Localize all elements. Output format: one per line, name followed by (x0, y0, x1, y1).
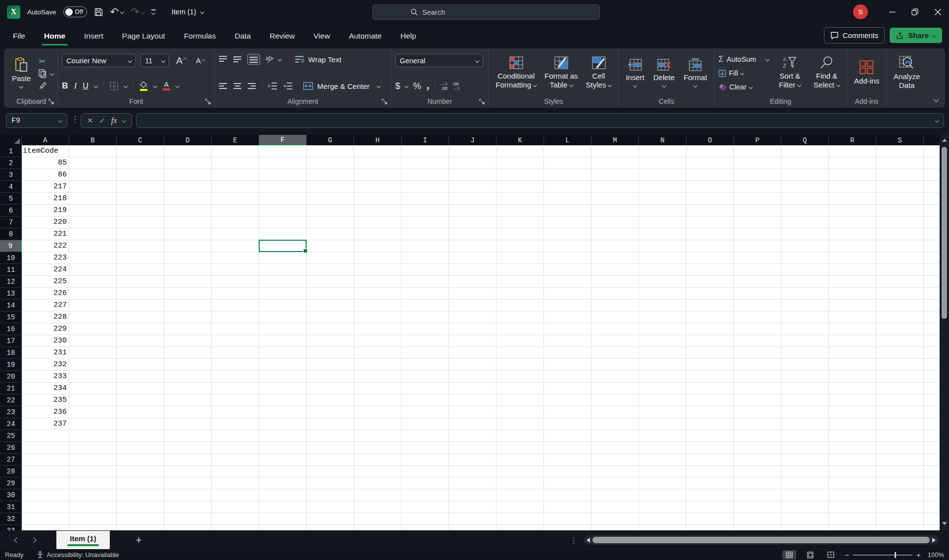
cell-I9[interactable] (402, 240, 449, 252)
cell-H32[interactable] (354, 513, 402, 525)
cell-Q22[interactable] (781, 394, 829, 406)
cell-Q17[interactable] (781, 335, 829, 347)
row-header-22[interactable]: 22 (0, 394, 22, 406)
cell-C17[interactable] (117, 335, 164, 347)
row-header-6[interactable]: 6 (0, 205, 22, 216)
column-header-F[interactable]: F (259, 135, 307, 145)
cell-C28[interactable] (117, 466, 164, 477)
cell-R28[interactable] (829, 466, 876, 477)
cell-F5[interactable] (259, 193, 307, 205)
cell-R4[interactable] (829, 181, 876, 193)
cell-M29[interactable] (591, 477, 639, 489)
cell-S30[interactable] (876, 489, 924, 501)
cell-O33[interactable] (686, 525, 734, 530)
cell-A33[interactable] (22, 525, 69, 530)
cell-H17[interactable] (354, 335, 402, 347)
cell-H11[interactable] (354, 264, 402, 276)
cell-M16[interactable] (591, 323, 639, 335)
cell-O1[interactable] (686, 145, 734, 157)
align-middle-icon[interactable] (233, 55, 242, 63)
excel-logo-icon[interactable]: X (7, 5, 20, 19)
paste-button[interactable]: Paste (9, 55, 34, 90)
cell-C15[interactable] (117, 311, 164, 323)
cell-N15[interactable] (639, 311, 686, 323)
cell-E3[interactable] (212, 169, 259, 181)
cell-P18[interactable] (734, 347, 781, 359)
cell-L27[interactable] (544, 454, 591, 466)
cell-L12[interactable] (544, 276, 591, 288)
cell-Q8[interactable] (781, 228, 829, 240)
cell-R1[interactable] (829, 145, 876, 157)
cell-I12[interactable] (402, 276, 449, 288)
cell-A15[interactable]: 228 (22, 311, 69, 323)
cell-I11[interactable] (402, 264, 449, 276)
zoom-level[interactable]: 100% (928, 551, 944, 559)
cell-D9[interactable] (164, 240, 212, 252)
cell-F13[interactable] (259, 288, 307, 300)
cell-N26[interactable] (639, 442, 686, 454)
cell-A4[interactable]: 217 (22, 181, 69, 193)
cell-L21[interactable] (544, 383, 591, 394)
cell-I28[interactable] (402, 466, 449, 477)
cell-B25[interactable] (69, 430, 117, 442)
cell-L1[interactable] (544, 145, 591, 157)
cell-I25[interactable] (402, 430, 449, 442)
cell-L15[interactable] (544, 311, 591, 323)
cell-O4[interactable] (686, 181, 734, 193)
cell-B16[interactable] (69, 323, 117, 335)
cell-K30[interactable] (497, 489, 544, 501)
cell-R9[interactable] (829, 240, 876, 252)
currency-dropdown-icon[interactable] (405, 84, 408, 88)
cell-G25[interactable] (307, 430, 354, 442)
cell-K15[interactable] (497, 311, 544, 323)
format-cells-button[interactable]: Format (680, 56, 710, 89)
cell-C33[interactable] (117, 525, 164, 530)
cell-R27[interactable] (829, 454, 876, 466)
cell-Q5[interactable] (781, 193, 829, 205)
cell-Q1[interactable] (781, 145, 829, 157)
cell-O6[interactable] (686, 205, 734, 216)
cell-O32[interactable] (686, 513, 734, 525)
cell-G16[interactable] (307, 323, 354, 335)
cell-D19[interactable] (164, 359, 212, 371)
cell-S33[interactable] (876, 525, 924, 530)
cell-C9[interactable] (117, 240, 164, 252)
cell-K13[interactable] (497, 288, 544, 300)
cell-F25[interactable] (259, 430, 307, 442)
cell-D22[interactable] (164, 394, 212, 406)
cancel-entry-button[interactable]: ✕ (87, 116, 93, 125)
cell-K1[interactable] (497, 145, 544, 157)
cell-Q21[interactable] (781, 383, 829, 394)
cell-C30[interactable] (117, 489, 164, 501)
cell-S29[interactable] (876, 477, 924, 489)
cell-H27[interactable] (354, 454, 402, 466)
vertical-scrollbar[interactable] (940, 135, 949, 530)
column-header-D[interactable]: D (164, 135, 212, 145)
cell-E4[interactable] (212, 181, 259, 193)
cell-P7[interactable] (734, 216, 781, 228)
cell-C18[interactable] (117, 347, 164, 359)
cell-F10[interactable] (259, 252, 307, 264)
borders-icon[interactable] (110, 82, 118, 90)
cell-R18[interactable] (829, 347, 876, 359)
row-header-33[interactable]: 33 (0, 525, 22, 530)
cell-B20[interactable] (69, 371, 117, 383)
delete-cells-button[interactable]: Delete (650, 56, 678, 89)
fill-color-button[interactable] (139, 82, 148, 91)
cell-M19[interactable] (591, 359, 639, 371)
cell-O3[interactable] (686, 169, 734, 181)
cell-Q27[interactable] (781, 454, 829, 466)
cell-I30[interactable] (402, 489, 449, 501)
fx-dropdown-icon[interactable] (122, 119, 126, 123)
cell-E26[interactable] (212, 442, 259, 454)
cell-Q16[interactable] (781, 323, 829, 335)
cell-D26[interactable] (164, 442, 212, 454)
cell-A17[interactable]: 230 (22, 335, 69, 347)
cell-F21[interactable] (259, 383, 307, 394)
find-select-button[interactable]: Find &Select (811, 54, 843, 91)
cell-D21[interactable] (164, 383, 212, 394)
cell-F26[interactable] (259, 442, 307, 454)
menu-tab-help[interactable]: Help (400, 28, 417, 44)
cell-C14[interactable] (117, 300, 164, 311)
cell-E12[interactable] (212, 276, 259, 288)
